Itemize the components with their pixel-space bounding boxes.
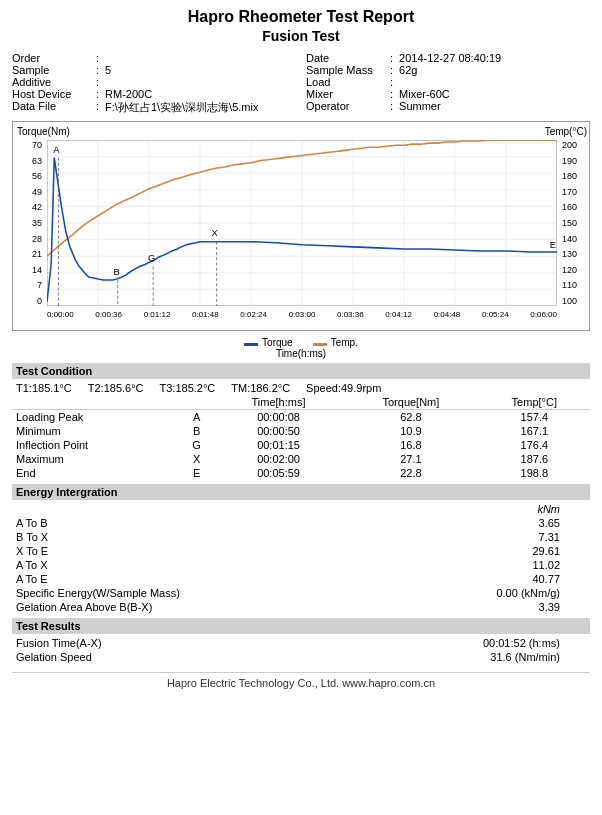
info-row-load: Load : bbox=[306, 76, 590, 88]
col-torque: Torque[Nm] bbox=[343, 395, 478, 410]
energy-header: Energy Intergration bbox=[12, 484, 590, 500]
tm-value: TM:186.2°C bbox=[231, 382, 290, 394]
list-item: Gelation Area Above B(B-X) 3.39 bbox=[12, 600, 590, 614]
x-axis-label: Time(h:ms) bbox=[12, 348, 590, 359]
svg-text:A: A bbox=[53, 146, 60, 156]
speed-value: Speed:49.9rpm bbox=[306, 382, 381, 394]
info-left: Order : Sample : 5 Additive : Host Devic… bbox=[12, 52, 296, 115]
t3-value: T3:185.2°C bbox=[160, 382, 216, 394]
label-sample: Sample bbox=[12, 64, 92, 76]
col-temp: Temp[°C] bbox=[479, 395, 590, 410]
label-mixer: Mixer bbox=[306, 88, 386, 100]
col-point bbox=[179, 395, 214, 410]
list-item: Gelation Speed 31.6 (Nm/min) bbox=[12, 650, 590, 664]
y-axis-right-ticks: 100 110 120 130 140 150 160 170 180 190 … bbox=[559, 140, 589, 306]
y-axis-left-label: Torque(Nm) bbox=[17, 126, 70, 137]
test-condition-section: Test Condition T1:185.1°C T2:185.6°C T3:… bbox=[12, 363, 590, 480]
list-item: Fusion Time(A-X) 00:01:52 (h:ms) bbox=[12, 636, 590, 650]
report-container: Hapro Rheometer Test Report Fusion Test … bbox=[0, 0, 602, 697]
label-operator: Operator bbox=[306, 100, 386, 112]
table-row: End E 00:05:59 22.8 198.8 bbox=[12, 466, 590, 480]
chart-area: Torque(Nm) Temp(°C) bbox=[12, 121, 590, 331]
value-mixer: Mixer-60C bbox=[399, 88, 450, 100]
condition-table-header-row: Time[h:ms] Torque[Nm] Temp[°C] bbox=[12, 395, 590, 410]
info-row-data-file: Data File : F:\孙红占1\实验\深圳志海\5.mix bbox=[12, 100, 296, 115]
chart-legend: Torque Temp. bbox=[12, 337, 590, 348]
label-sample-mass: Sample Mass bbox=[306, 64, 386, 76]
legend-temp-color bbox=[313, 343, 327, 346]
info-row-order: Order : bbox=[12, 52, 296, 64]
condition-table: Time[h:ms] Torque[Nm] Temp[°C] Loading P… bbox=[12, 395, 590, 480]
info-row-operator: Operator : Summer bbox=[306, 100, 590, 112]
test-results-header: Test Results bbox=[12, 618, 590, 634]
test-results-section: Test Results Fusion Time(A-X) 00:01:52 (… bbox=[12, 618, 590, 664]
list-item: A To X 11.02 bbox=[12, 558, 590, 572]
list-item: B To X 7.31 bbox=[12, 530, 590, 544]
value-host-device: RM-200C bbox=[105, 88, 152, 100]
energy-unit-row: kNm bbox=[12, 502, 590, 516]
label-order: Order bbox=[12, 52, 92, 64]
legend-torque: Torque bbox=[244, 337, 293, 348]
chart-svg: A B G X E bbox=[47, 140, 557, 306]
label-load: Load bbox=[306, 76, 386, 88]
x-axis-ticks: 0:00:00 0:00:36 0:01:12 0:01:48 0:02:24 … bbox=[47, 308, 557, 330]
legend-temp: Temp. bbox=[313, 337, 358, 348]
info-row-host-device: Host Device : RM-200C bbox=[12, 88, 296, 100]
energy-section: Energy Intergration kNm A To B 3.65 B To… bbox=[12, 484, 590, 614]
label-host-device: Host Device bbox=[12, 88, 92, 100]
table-row: Inflection Point G 00:01:15 16.8 176.4 bbox=[12, 438, 590, 452]
info-row-mixer: Mixer : Mixer-60C bbox=[306, 88, 590, 100]
test-results-table: Fusion Time(A-X) 00:01:52 (h:ms) Gelatio… bbox=[12, 636, 590, 664]
energy-unit: kNm bbox=[381, 502, 590, 516]
footer: Hapro Electric Technology Co., Ltd. www.… bbox=[12, 672, 590, 689]
test-condition-header: Test Condition bbox=[12, 363, 590, 379]
report-title: Hapro Rheometer Test Report bbox=[12, 8, 590, 26]
label-additive: Additive bbox=[12, 76, 92, 88]
table-row: Loading Peak A 00:00:08 62.8 157.4 bbox=[12, 410, 590, 425]
report-subtitle: Fusion Test bbox=[12, 28, 590, 44]
y-axis-left-ticks: 0 7 14 21 28 35 42 49 56 63 70 bbox=[13, 140, 45, 306]
list-item: Specific Energy(W/Sample Mass) 0.00 (kNm… bbox=[12, 586, 590, 600]
legend-torque-color bbox=[244, 343, 258, 346]
list-item: A To E 40.77 bbox=[12, 572, 590, 586]
energy-table: kNm A To B 3.65 B To X 7.31 X To E 29.61… bbox=[12, 502, 590, 614]
legend-torque-label: Torque bbox=[262, 337, 293, 348]
info-row-date: Date : 2014-12-27 08:40:19 bbox=[306, 52, 590, 64]
svg-text:E: E bbox=[550, 240, 556, 250]
value-operator: Summer bbox=[399, 100, 441, 112]
value-date: 2014-12-27 08:40:19 bbox=[399, 52, 501, 64]
list-item: X To E 29.61 bbox=[12, 544, 590, 558]
info-row-additive: Additive : bbox=[12, 76, 296, 88]
label-data-file: Data File bbox=[12, 100, 92, 115]
info-row-sample: Sample : 5 bbox=[12, 64, 296, 76]
table-row: Minimum B 00:00:50 10.9 167.1 bbox=[12, 424, 590, 438]
info-right: Date : 2014-12-27 08:40:19 Sample Mass :… bbox=[306, 52, 590, 115]
list-item: A To B 3.65 bbox=[12, 516, 590, 530]
svg-text:X: X bbox=[211, 229, 218, 239]
legend-temp-label: Temp. bbox=[331, 337, 358, 348]
col-time: Time[h:ms] bbox=[214, 395, 343, 410]
value-sample-mass: 62g bbox=[399, 64, 417, 76]
condition-params: T1:185.1°C T2:185.6°C T3:185.2°C TM:186.… bbox=[12, 381, 590, 395]
svg-text:B: B bbox=[114, 267, 120, 277]
info-grid: Order : Sample : 5 Additive : Host Devic… bbox=[12, 52, 590, 115]
label-date: Date bbox=[306, 52, 386, 64]
col-name bbox=[12, 395, 179, 410]
info-row-sample-mass: Sample Mass : 62g bbox=[306, 64, 590, 76]
svg-text:G: G bbox=[148, 253, 155, 263]
value-data-file: F:\孙红占1\实验\深圳志海\5.mix bbox=[105, 100, 258, 115]
value-sample: 5 bbox=[105, 64, 111, 76]
table-row: Maximum X 00:02:00 27.1 187.6 bbox=[12, 452, 590, 466]
y-axis-right-label: Temp(°C) bbox=[545, 126, 587, 137]
t2-value: T2:185.6°C bbox=[88, 382, 144, 394]
t1-value: T1:185.1°C bbox=[16, 382, 72, 394]
